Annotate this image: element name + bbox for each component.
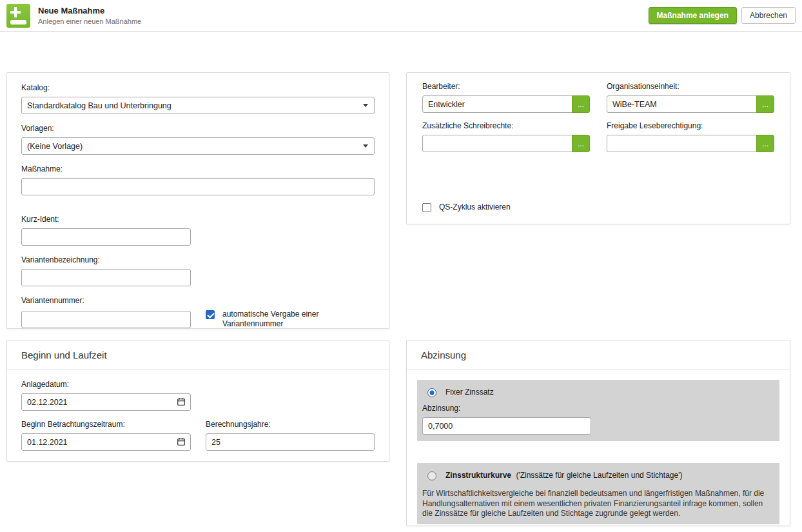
header-bar: Neue Maßnahme Anlegen einer neuen Maßnah…	[0, 0, 802, 32]
kurzident-input[interactable]	[21, 228, 191, 246]
leseberechtigung-browse-button[interactable]: ...	[756, 135, 774, 152]
bearbeiter-label: Bearbeiter:	[422, 82, 590, 91]
auto-variant-checkbox[interactable]	[206, 310, 215, 319]
organisationseinheit-browse-button[interactable]: ...	[756, 95, 774, 113]
schreibrechte-label: Zusätzliche Schreibrechte:	[422, 121, 590, 130]
calendar-icon[interactable]	[177, 437, 186, 446]
yield-curve-description: Für Wirtschaftlichkeitsvergleiche bei fi…	[422, 489, 774, 519]
new-measure-icon	[6, 4, 30, 28]
qs-checkbox[interactable]	[422, 203, 431, 212]
create-measure-button[interactable]: Maßnahme anlegen	[649, 7, 737, 24]
leseberechtigung-label: Freigabe Leseberechtigung:	[607, 121, 774, 130]
beginn-betrachtungszeitraum-input[interactable]	[21, 433, 191, 451]
fixed-rate-box: Fixer Zinssatz Abzinsung:	[417, 380, 779, 441]
page-subtitle: Anlegen einer neuen Maßnahme	[38, 17, 141, 25]
bar-icon	[10, 20, 26, 25]
berechnungsjahre-label: Berechnungsjahre:	[206, 420, 375, 429]
panel-general: Katalog: Standardkatalog Bau und Unterbr…	[6, 72, 389, 329]
laufzeit-row: Beginn Betrachtungszeitraum: Berechnungs…	[21, 420, 375, 460]
panel-abzinsung: Abzinsung Fixer Zinssatz Abzinsung: Zins…	[406, 340, 790, 526]
rights-grid: Bearbeiter: ... Zusätzliche Schreibrecht…	[422, 82, 774, 161]
leseberechtigung-input[interactable]	[607, 135, 757, 152]
plus-icon	[14, 7, 17, 17]
variantennummer-input[interactable]	[21, 311, 191, 328]
yield-curve-box: Zinsstrukturkurve ('Zinssätze für gleich…	[417, 463, 779, 524]
abzinsung-label: Abzinsung:	[422, 404, 774, 413]
laufzeit-panel-title: Beginn und Laufzeit	[7, 340, 389, 369]
qs-checkbox-label: QS-Zyklus aktivieren	[439, 202, 511, 212]
fixed-rate-radio-label: Fixer Zinssatz	[445, 388, 494, 397]
fixed-rate-radio[interactable]	[427, 388, 436, 397]
anlagedatum-input[interactable]	[21, 393, 191, 411]
vorlagen-select[interactable]: (Keine Vorlage)	[21, 137, 375, 155]
yield-curve-radio[interactable]	[427, 471, 436, 480]
variantennummer-label: Variantennummer:	[21, 296, 375, 305]
massnahme-input[interactable]	[21, 178, 375, 195]
schreibrechte-browse-button[interactable]: ...	[572, 135, 590, 152]
beginn-betrachtungszeitraum-label: Beginn Betrachtungszeitraum:	[21, 420, 191, 429]
cancel-button[interactable]: Abbrechen	[741, 7, 796, 24]
beginn-betrachtungszeitraum-field	[21, 433, 191, 451]
page-title: Neue Maßnahme	[38, 6, 141, 15]
yield-curve-subtitle: ('Zinssätze für gleiche Laufzeiten und S…	[516, 471, 682, 480]
yield-curve-radio-row[interactable]: Zinsstrukturkurve ('Zinssätze für gleich…	[427, 468, 774, 484]
auto-variant-checkbox-row[interactable]: automatische Vergabe einer Variantennumm…	[206, 310, 332, 329]
abzinsung-input[interactable]	[422, 417, 591, 435]
panel-rights: Bearbeiter: ... Zusätzliche Schreibrecht…	[406, 72, 790, 224]
header-actions: Maßnahme anlegen Abbrechen	[649, 7, 796, 24]
variantenbezeichnung-label: Variantenbezeichnung:	[21, 255, 375, 264]
katalog-select-wrap: Standardkatalog Bau und Unterbringung	[21, 97, 375, 114]
schreibrechte-input[interactable]	[422, 135, 572, 152]
berechnungsjahre-input[interactable]	[206, 433, 375, 451]
title-block: Neue Maßnahme Anlegen einer neuen Maßnah…	[38, 6, 141, 25]
katalog-select[interactable]: Standardkatalog Bau und Unterbringung	[21, 97, 375, 114]
organisationseinheit-input[interactable]	[607, 95, 757, 113]
header-left: Neue Maßnahme Anlegen einer neuen Maßnah…	[6, 4, 141, 28]
fixed-rate-radio-row[interactable]: Fixer Zinssatz	[427, 385, 774, 401]
katalog-label: Katalog:	[21, 83, 375, 92]
variantenbezeichnung-input[interactable]	[21, 269, 191, 286]
anlagedatum-field	[21, 393, 191, 411]
massnahme-label: Maßnahme:	[21, 164, 375, 173]
variantennummer-row: automatische Vergabe einer Variantennumm…	[21, 310, 375, 329]
calendar-icon[interactable]	[177, 397, 186, 406]
bearbeiter-browse-button[interactable]: ...	[572, 95, 590, 113]
page: { "header": { "title": "Neue Maßnahme", …	[0, 0, 802, 532]
panel-laufzeit: Beginn und Laufzeit Anlagedatum: Beginn …	[6, 340, 389, 462]
qs-checkbox-row[interactable]: QS-Zyklus aktivieren	[422, 202, 774, 212]
yield-curve-title: Zinsstrukturkurve	[445, 471, 511, 480]
auto-variant-checkbox-label: automatische Vergabe einer Variantennumm…	[222, 310, 332, 329]
kurzident-label: Kurz-Ident:	[21, 215, 375, 224]
yield-curve-radio-label: Zinsstrukturkurve ('Zinssätze für gleich…	[445, 471, 682, 480]
bearbeiter-input[interactable]	[422, 95, 572, 113]
organisationseinheit-label: Organisationseinheit:	[607, 82, 774, 91]
abzinsung-panel-title: Abzinsung	[407, 340, 790, 369]
vorlagen-select-wrap: (Keine Vorlage)	[21, 137, 375, 155]
anlagedatum-label: Anlagedatum:	[21, 380, 375, 389]
vorlagen-label: Vorlagen:	[21, 124, 375, 133]
